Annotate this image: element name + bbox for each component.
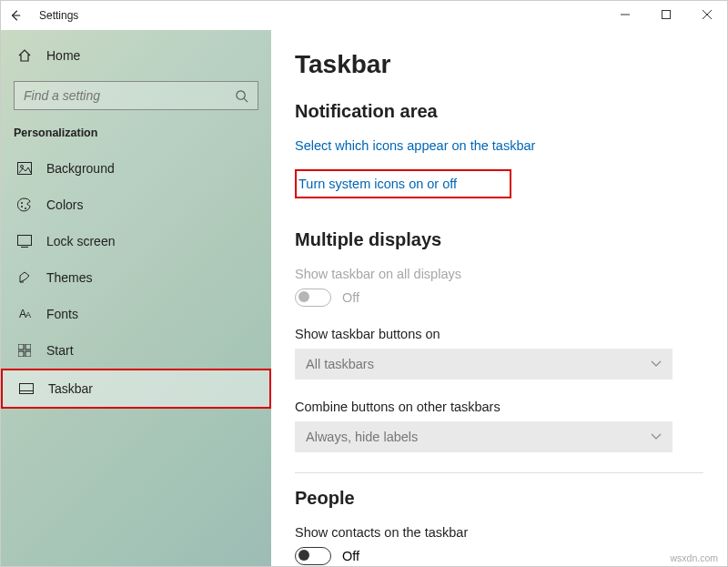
section-notification-heading: Notification area bbox=[295, 101, 727, 122]
svg-point-8 bbox=[21, 166, 24, 168]
svg-point-11 bbox=[25, 208, 26, 209]
sidebar-item-start[interactable]: Start bbox=[1, 332, 271, 369]
dropdown-combine-buttons[interactable]: Always, hide labels bbox=[295, 421, 672, 452]
sidebar-item-label: Taskbar bbox=[48, 381, 93, 396]
sidebar-nav: Background Colors Lock screen Themes AA … bbox=[1, 150, 271, 409]
svg-rect-16 bbox=[18, 351, 24, 357]
sidebar-item-lock-screen[interactable]: Lock screen bbox=[1, 223, 271, 259]
sidebar-home[interactable]: Home bbox=[1, 39, 271, 72]
back-button[interactable] bbox=[1, 1, 30, 30]
page-title: Taskbar bbox=[295, 50, 727, 79]
label-show-all-displays: Show taskbar on all displays bbox=[295, 267, 727, 281]
highlight-system-icons: Turn system icons on or off bbox=[295, 169, 511, 198]
toggle-show-all-displays bbox=[295, 289, 331, 307]
main-content: Taskbar Notification area Select which i… bbox=[271, 30, 727, 566]
sidebar-item-label: Themes bbox=[46, 270, 93, 285]
dropdown-value: All taskbars bbox=[306, 357, 374, 371]
divider bbox=[295, 472, 703, 473]
label-show-contacts: Show contacts on the taskbar bbox=[295, 525, 727, 540]
svg-rect-12 bbox=[18, 236, 32, 246]
minimize-button[interactable] bbox=[604, 1, 645, 28]
sidebar: Home Personalization Background Colors L… bbox=[1, 30, 271, 566]
toggle-show-contacts[interactable] bbox=[295, 547, 331, 565]
section-multiple-heading: Multiple displays bbox=[295, 229, 727, 250]
chevron-down-icon bbox=[651, 433, 662, 440]
watermark: wsxdn.com bbox=[670, 552, 718, 563]
themes-icon bbox=[17, 270, 32, 285]
toggle-state-contacts: Off bbox=[342, 549, 359, 563]
sidebar-item-taskbar[interactable]: Taskbar bbox=[1, 369, 271, 409]
sidebar-item-background[interactable]: Background bbox=[1, 150, 271, 187]
label-show-buttons-on: Show taskbar buttons on bbox=[295, 327, 727, 341]
picture-icon bbox=[17, 161, 32, 176]
maximize-button[interactable] bbox=[645, 1, 686, 28]
sidebar-item-label: Fonts bbox=[46, 307, 78, 321]
window-title: Settings bbox=[39, 9, 78, 22]
sidebar-category: Personalization bbox=[1, 114, 271, 150]
start-icon bbox=[17, 343, 32, 358]
toggle-state-show-all: Off bbox=[342, 290, 359, 305]
section-people-heading: People bbox=[295, 488, 727, 509]
search-input[interactable] bbox=[24, 88, 224, 103]
sidebar-home-label: Home bbox=[46, 48, 80, 63]
link-system-icons[interactable]: Turn system icons on or off bbox=[298, 177, 504, 191]
svg-rect-18 bbox=[20, 384, 34, 394]
sidebar-item-colors[interactable]: Colors bbox=[1, 187, 271, 223]
fonts-icon: AA bbox=[17, 307, 32, 321]
svg-rect-14 bbox=[18, 344, 24, 349]
close-button[interactable] bbox=[686, 1, 727, 28]
search-box[interactable] bbox=[14, 81, 258, 110]
sidebar-item-label: Lock screen bbox=[46, 234, 115, 248]
sidebar-item-themes[interactable]: Themes bbox=[1, 259, 271, 296]
svg-rect-17 bbox=[25, 351, 31, 357]
dropdown-value: Always, hide labels bbox=[306, 430, 418, 444]
home-icon bbox=[17, 48, 32, 63]
svg-rect-15 bbox=[25, 344, 31, 349]
svg-point-9 bbox=[21, 202, 23, 204]
svg-point-10 bbox=[21, 206, 23, 208]
titlebar: Settings bbox=[1, 1, 727, 30]
dropdown-show-buttons[interactable]: All taskbars bbox=[295, 349, 672, 380]
search-icon bbox=[235, 89, 248, 103]
sidebar-item-label: Start bbox=[46, 343, 74, 358]
link-select-icons[interactable]: Select which icons appear on the taskbar bbox=[295, 138, 727, 153]
window-controls bbox=[604, 1, 727, 28]
palette-icon bbox=[17, 197, 32, 212]
sidebar-item-label: Background bbox=[46, 161, 115, 176]
sidebar-item-label: Colors bbox=[46, 197, 83, 212]
svg-rect-2 bbox=[662, 11, 670, 19]
label-combine-buttons: Combine buttons on other taskbars bbox=[295, 400, 727, 414]
chevron-down-icon bbox=[651, 360, 662, 368]
taskbar-icon bbox=[19, 381, 34, 396]
svg-point-5 bbox=[237, 90, 245, 98]
sidebar-item-fonts[interactable]: AA Fonts bbox=[1, 296, 271, 332]
svg-line-6 bbox=[244, 98, 248, 102]
lock-screen-icon bbox=[17, 234, 32, 248]
